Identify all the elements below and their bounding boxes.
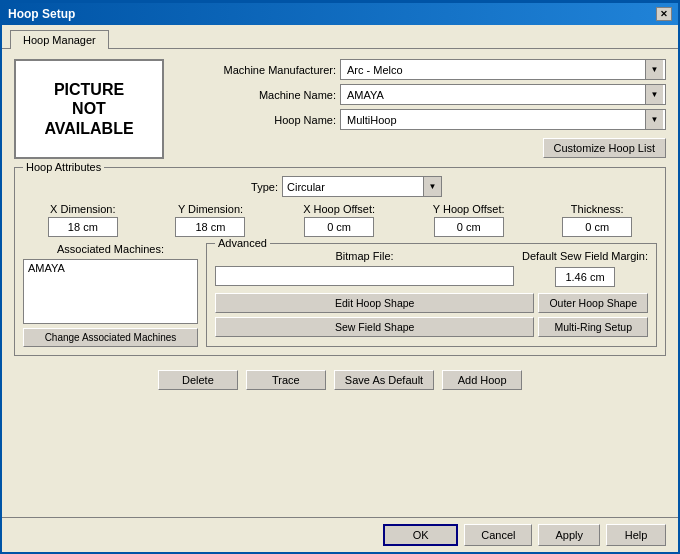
ok-button[interactable]: OK	[383, 524, 458, 546]
machine-name-value: AMAYA	[343, 89, 645, 101]
y-dimension-label: Y Dimension:	[178, 203, 243, 215]
sew-field-margin-input[interactable]: 1.46 cm	[555, 267, 615, 287]
left-shape-buttons: Edit Hoop Shape Sew Field Shape	[215, 293, 534, 337]
hoop-name-value: MultiHoop	[343, 114, 645, 126]
sew-field-shape-button[interactable]: Sew Field Shape	[215, 317, 534, 337]
machine-name-row: Machine Name: AMAYA ▼	[176, 84, 666, 105]
cancel-button[interactable]: Cancel	[464, 524, 532, 546]
associated-machines-item: AMAYA	[28, 262, 193, 274]
associated-machines-list[interactable]: AMAYA	[23, 259, 198, 324]
x-hoop-offset-group: X Hoop Offset: 0 cm	[303, 203, 375, 237]
x-dimension-group: X Dimension: 18 cm	[48, 203, 118, 237]
advanced-top: Bitmap File: Default Sew Field Margin: 1…	[215, 250, 648, 287]
hoop-setup-window: Hoop Setup ✕ Hoop Manager PICTURE NOT AV…	[0, 0, 680, 554]
machine-name-arrow: ▼	[645, 85, 663, 104]
hoop-attributes-group: Hoop Attributes Type: Circular ▼ X Dimen…	[14, 167, 666, 356]
machine-manufacturer-row: Machine Manufacturer: Arc - Melco ▼	[176, 59, 666, 80]
dimensions-row: X Dimension: 18 cm Y Dimension: 18 cm X …	[23, 203, 657, 237]
customize-btn-row: Customize Hoop List	[176, 138, 666, 158]
advanced-bottom: Edit Hoop Shape Sew Field Shape Outer Ho…	[215, 293, 648, 337]
edit-hoop-shape-button[interactable]: Edit Hoop Shape	[215, 293, 534, 313]
lower-section: Associated Machines: AMAYA Change Associ…	[23, 243, 657, 347]
hoop-name-row: Hoop Name: MultiHoop ▼	[176, 109, 666, 130]
machine-manufacturer-dropdown[interactable]: Arc - Melco ▼	[340, 59, 666, 80]
y-hoop-offset-label: Y Hoop Offset:	[433, 203, 505, 215]
bottom-buttons: Delete Trace Save As Default Add Hoop	[14, 364, 666, 396]
associated-machines-label: Associated Machines:	[23, 243, 198, 255]
machine-manufacturer-label: Machine Manufacturer:	[176, 64, 336, 76]
thickness-group: Thickness: 0 cm	[562, 203, 632, 237]
tab-bar: Hoop Manager	[2, 25, 678, 49]
bitmap-column: Bitmap File:	[215, 250, 514, 287]
footer: OK Cancel Apply Help	[2, 517, 678, 552]
hoop-name-dropdown[interactable]: MultiHoop ▼	[340, 109, 666, 130]
x-hoop-offset-input[interactable]: 0 cm	[304, 217, 374, 237]
customize-hoop-list-button[interactable]: Customize Hoop List	[543, 138, 667, 158]
thickness-input[interactable]: 0 cm	[562, 217, 632, 237]
delete-button[interactable]: Delete	[158, 370, 238, 390]
advanced-group: Advanced Bitmap File: Default Sew Field …	[206, 243, 657, 347]
title-bar-buttons: ✕	[656, 7, 672, 21]
apply-button[interactable]: Apply	[538, 524, 600, 546]
fields-section: Machine Manufacturer: Arc - Melco ▼ Mach…	[176, 59, 666, 159]
help-button[interactable]: Help	[606, 524, 666, 546]
machine-name-label: Machine Name:	[176, 89, 336, 101]
save-as-default-button[interactable]: Save As Default	[334, 370, 434, 390]
hoop-name-label: Hoop Name:	[176, 114, 336, 126]
default-sew-field-label: Default Sew Field Margin:	[522, 250, 648, 263]
y-hoop-offset-input[interactable]: 0 cm	[434, 217, 504, 237]
hoop-attrs-inner: Type: Circular ▼ X Dimension: 18 cm	[23, 176, 657, 347]
machine-manufacturer-arrow: ▼	[645, 60, 663, 79]
thickness-label: Thickness:	[571, 203, 624, 215]
type-label: Type:	[238, 181, 278, 193]
type-arrow: ▼	[423, 177, 441, 196]
hoop-name-arrow: ▼	[645, 110, 663, 129]
window-title: Hoop Setup	[8, 7, 75, 21]
type-value: Circular	[283, 181, 423, 193]
top-section: PICTURE NOT AVAILABLE Machine Manufactur…	[14, 59, 666, 159]
bitmap-file-label: Bitmap File:	[335, 250, 393, 262]
x-dimension-input[interactable]: 18 cm	[48, 217, 118, 237]
associated-machines-section: Associated Machines: AMAYA Change Associ…	[23, 243, 198, 347]
y-hoop-offset-group: Y Hoop Offset: 0 cm	[433, 203, 505, 237]
type-row: Type: Circular ▼	[23, 176, 657, 197]
machine-name-dropdown[interactable]: AMAYA ▼	[340, 84, 666, 105]
type-dropdown[interactable]: Circular ▼	[282, 176, 442, 197]
close-button[interactable]: ✕	[656, 7, 672, 21]
right-shape-buttons: Outer Hoop Shape Multi-Ring Setup	[538, 293, 648, 337]
machine-manufacturer-value: Arc - Melco	[343, 64, 645, 76]
hoop-attributes-label: Hoop Attributes	[23, 161, 104, 173]
y-dimension-group: Y Dimension: 18 cm	[175, 203, 245, 237]
picture-box: PICTURE NOT AVAILABLE	[14, 59, 164, 159]
x-hoop-offset-label: X Hoop Offset:	[303, 203, 375, 215]
title-bar: Hoop Setup ✕	[2, 3, 678, 25]
change-associated-machines-button[interactable]: Change Associated Machines	[23, 328, 198, 347]
advanced-label: Advanced	[215, 237, 270, 249]
picture-not-available: PICTURE NOT AVAILABLE	[44, 80, 133, 138]
trace-button[interactable]: Trace	[246, 370, 326, 390]
tab-hoop-manager[interactable]: Hoop Manager	[10, 30, 109, 49]
y-dimension-input[interactable]: 18 cm	[175, 217, 245, 237]
outer-hoop-shape-button[interactable]: Outer Hoop Shape	[538, 293, 648, 313]
bitmap-file-input[interactable]	[215, 266, 514, 286]
add-hoop-button[interactable]: Add Hoop	[442, 370, 522, 390]
multi-ring-setup-button[interactable]: Multi-Ring Setup	[538, 317, 648, 337]
x-dimension-label: X Dimension:	[50, 203, 115, 215]
main-content: PICTURE NOT AVAILABLE Machine Manufactur…	[2, 49, 678, 517]
sew-field-column: Default Sew Field Margin: 1.46 cm	[522, 250, 648, 287]
